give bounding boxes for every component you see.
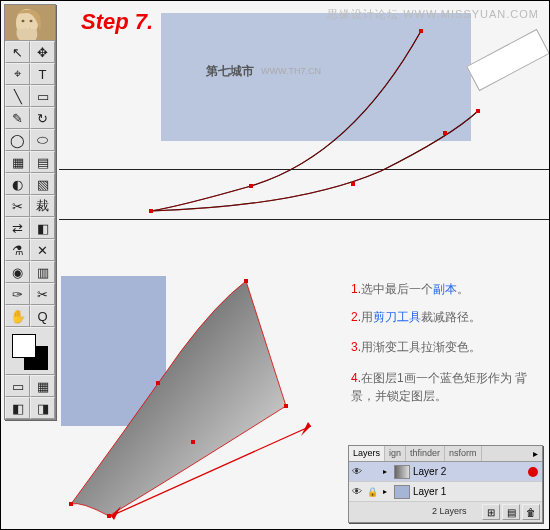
tool-7-1[interactable]: 裁 — [30, 195, 55, 217]
tool-1-0[interactable]: ⌖ — [5, 63, 30, 85]
tool-2-0[interactable]: ╲ — [5, 85, 30, 107]
color-swatches[interactable] — [5, 327, 55, 375]
tool-0-1[interactable]: ✥ — [30, 41, 55, 63]
svg-marker-13 — [301, 422, 311, 436]
tool-11-0[interactable]: ✑ — [5, 283, 30, 305]
layer-swatch — [394, 465, 410, 479]
tool-3-1[interactable]: ↻ — [30, 107, 55, 129]
svg-point-18 — [30, 19, 33, 21]
panel-menu-icon[interactable]: ▸ — [529, 446, 542, 461]
screen-mode-4[interactable]: ◨ — [30, 397, 55, 419]
svg-rect-7 — [284, 404, 288, 408]
curve-path-top — [121, 11, 501, 231]
instruction-3: 3.用渐变工具拉渐变色。 — [351, 339, 481, 356]
svg-line-12 — [111, 426, 311, 516]
toolbox-panel: ↖✥⌖T╲▭✎↻◯⬭▦▤◐▧✂裁⇄◧⚗✕◉▥✑✂✋Q ▭▦ ◧◨ — [4, 4, 56, 420]
tool-12-0[interactable]: ✋ — [5, 305, 30, 327]
layer-name[interactable]: Layer 2 — [413, 466, 528, 477]
svg-rect-6 — [244, 279, 248, 283]
layer-row[interactable]: 👁▸Layer 2 — [349, 462, 542, 482]
svg-marker-14 — [111, 506, 121, 520]
svg-rect-5 — [476, 109, 480, 113]
tool-0-0[interactable]: ↖ — [5, 41, 30, 63]
visibility-icon[interactable]: 👁 — [349, 486, 365, 497]
tool-4-0[interactable]: ◯ — [5, 129, 30, 151]
svg-rect-1 — [249, 184, 253, 188]
instruction-1: 1.选中最后一个副本。 — [351, 281, 469, 298]
tool-9-1[interactable]: ✕ — [30, 239, 55, 261]
tab-pathfinder[interactable]: thfinder — [406, 446, 445, 461]
layer-name[interactable]: Layer 1 — [413, 486, 542, 497]
tool-9-0[interactable]: ⚗ — [5, 239, 30, 261]
screen-mode-2[interactable]: ▦ — [30, 375, 55, 397]
tab-layers[interactable]: Layers — [349, 446, 385, 461]
tool-2-1[interactable]: ▭ — [30, 85, 55, 107]
toolbox-thumbnail — [5, 5, 55, 41]
tool-4-1[interactable]: ⬭ — [30, 129, 55, 151]
svg-point-17 — [22, 19, 25, 21]
svg-rect-10 — [69, 502, 73, 506]
fill-swatch[interactable] — [12, 334, 36, 358]
tool-10-1[interactable]: ▥ — [30, 261, 55, 283]
tool-5-1[interactable]: ▤ — [30, 151, 55, 173]
tool-11-1[interactable]: ✂ — [30, 283, 55, 305]
expand-icon[interactable]: ▸ — [379, 487, 391, 496]
svg-rect-2 — [419, 29, 423, 33]
instruction-4: 4.在图层1画一个蓝色矩形作为 背景，并锁定图层。 — [351, 369, 541, 405]
layers-panel: Layers ign thfinder nsform ▸ 👁▸Layer 2👁🔒… — [348, 445, 543, 523]
svg-rect-0 — [149, 209, 153, 213]
tool-7-0[interactable]: ✂ — [5, 195, 30, 217]
tab-transform[interactable]: nsform — [445, 446, 482, 461]
new-layer-button[interactable]: ▤ — [502, 504, 520, 520]
tool-3-0[interactable]: ✎ — [5, 107, 30, 129]
svg-rect-4 — [443, 131, 447, 135]
new-sublayer-button[interactable]: ⊞ — [482, 504, 500, 520]
tab-align[interactable]: ign — [385, 446, 406, 461]
screen-mode-1[interactable]: ▭ — [5, 375, 30, 397]
delete-layer-button[interactable]: 🗑 — [522, 504, 540, 520]
gradient-arrow — [111, 416, 331, 526]
lock-icon[interactable]: 🔒 — [365, 487, 379, 497]
tool-10-0[interactable]: ◉ — [5, 261, 30, 283]
target-icon[interactable] — [528, 467, 538, 477]
tool-8-1[interactable]: ◧ — [30, 217, 55, 239]
instruction-2: 2.用剪刀工具裁减路径。 — [351, 309, 481, 326]
tool-6-0[interactable]: ◐ — [5, 173, 30, 195]
tool-8-0[interactable]: ⇄ — [5, 217, 30, 239]
tool-12-1[interactable]: Q — [30, 305, 55, 327]
svg-rect-3 — [351, 182, 355, 186]
tool-6-1[interactable]: ▧ — [30, 173, 55, 195]
panel-tabs: Layers ign thfinder nsform ▸ — [349, 446, 542, 462]
layer-row[interactable]: 👁🔒▸Layer 1 — [349, 482, 542, 502]
tool-5-0[interactable]: ▦ — [5, 151, 30, 173]
layer-swatch — [394, 485, 410, 499]
visibility-icon[interactable]: 👁 — [349, 466, 365, 477]
tool-1-1[interactable]: T — [30, 63, 55, 85]
screen-mode-3[interactable]: ◧ — [5, 397, 30, 419]
expand-icon[interactable]: ▸ — [379, 467, 391, 476]
svg-rect-11 — [156, 381, 160, 385]
layer-count: 2 Layers — [430, 504, 480, 520]
